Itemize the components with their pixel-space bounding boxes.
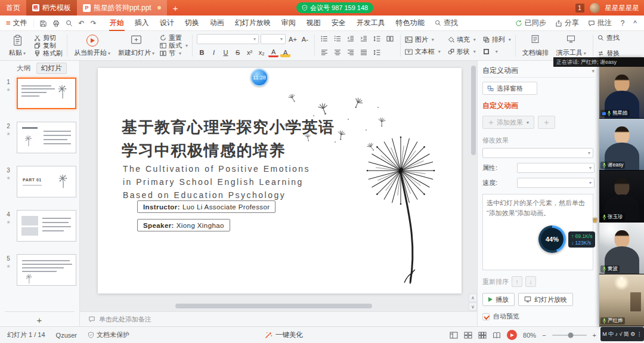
new-slide-button[interactable]: 新建幻灯片 [116,33,157,58]
tab-security[interactable]: 安全 [326,16,351,31]
bullets-button[interactable] [319,34,330,44]
move-down-button[interactable]: ↓ [525,276,536,287]
zoom-slider-thumb[interactable] [568,332,574,338]
participant-video-3[interactable]: 张玉珍 [599,171,644,223]
file-menu-button[interactable]: 文件 [0,18,33,28]
add-effect-button[interactable]: 添加效果 [482,116,534,129]
comment-button[interactable]: 批注 [588,18,612,28]
arrange-button[interactable]: 排列 [483,36,511,44]
instructor-box[interactable]: Instructor:Luo Li Associate Professor [137,200,275,213]
participant-video-4[interactable]: 黄波 [599,223,644,274]
italic-button[interactable]: I [209,48,219,57]
reading-view-button[interactable] [493,332,501,339]
participant-video-5[interactable]: 严红烨 [599,274,644,326]
network-monitor-widget[interactable]: 44% ↑ 69.1K/s ↓ 123K/s [538,225,595,253]
share-button[interactable]: 分享 [555,18,579,28]
slide-canvas[interactable]: 11:28 基于教育心理学探究小学英语 学习中积极情感的培养 The Culti… [80,61,477,311]
replace-button[interactable]: 替换 [597,50,620,57]
font-color-button[interactable]: A [268,48,278,57]
columns-button[interactable] [385,34,396,44]
ime-more-icon[interactable]: ⋮ [637,331,642,337]
undo-icon[interactable] [79,19,85,27]
start-slideshow-button[interactable] [507,330,517,340]
menubar-find-button[interactable]: 查找 [435,18,458,28]
increase-indent-button[interactable] [358,34,370,44]
strikethrough-button[interactable]: S [233,48,243,57]
highlight-color-button[interactable]: A [280,48,290,57]
notes-bar[interactable]: 单击此处添加备注 [80,311,477,326]
ime-simplified-icon[interactable]: 简 [624,330,629,338]
document-tab[interactable]: P熊星皓答辩ppt.ppt [77,0,167,16]
zoom-in-button[interactable]: + [593,332,596,339]
slide-thumbnail-5[interactable] [17,254,76,286]
protect-status[interactable]: 文档未保护 [88,330,129,339]
tab-animation[interactable]: 动画 [205,16,230,31]
paste-button[interactable]: 粘贴 [4,33,31,58]
one-click-beautify-button[interactable]: 一键美化 [265,330,303,339]
ime-toolbar[interactable]: M 中 ♪ √ 简 ⚙ ⋮ [600,327,644,341]
zoom-slider[interactable] [552,335,587,336]
tab-features[interactable]: 特色功能 [391,16,430,31]
justify-button[interactable] [358,48,370,57]
tab-view[interactable]: 视图 [301,16,326,31]
print-preview-icon[interactable] [66,20,73,27]
previous-slide-button[interactable] [469,293,477,302]
ime-sound-icon[interactable]: ♪ [615,331,618,337]
effect-combo[interactable] [482,148,593,158]
home-page-tab[interactable]: 首页 [0,0,26,16]
tab-design[interactable]: 设计 [154,16,179,31]
outline-tab[interactable]: 大纲 [17,64,30,73]
present-tools-button[interactable]: 演示工具 [554,33,589,58]
tab-transition[interactable]: 切换 [179,16,205,31]
ime-check-icon[interactable]: √ [619,331,622,337]
redo-icon[interactable] [91,19,97,27]
fill-button[interactable]: 填充 [448,36,476,44]
horizontal-scrollbar[interactable] [175,304,372,308]
help-button[interactable]: ? [621,19,625,27]
notification-badge[interactable]: 1 [575,4,584,13]
user-avatar[interactable] [590,3,600,13]
find-button[interactable]: 查找 [597,34,620,42]
collapse-arrow-icon[interactable] [620,276,624,281]
text-direction-button[interactable] [371,48,383,57]
ime-settings-icon[interactable]: ⚙ [630,331,635,337]
auto-preview-checkbox[interactable]: 自动预览 [482,312,595,321]
align-left-button[interactable] [319,48,330,57]
slideshow-button[interactable]: 幻灯片放映 [518,293,573,306]
grow-font-button[interactable]: A+ [287,35,298,44]
next-slide-button[interactable] [469,302,477,311]
speed-combo[interactable] [517,178,595,188]
ime-logo[interactable]: M [602,331,607,337]
slide-sorter-view-button[interactable] [464,332,472,339]
play-animation-button[interactable]: 播放 [482,293,515,306]
sync-status-button[interactable]: 已同步 [515,18,546,28]
tab-insert[interactable]: 插入 [129,16,154,31]
superscript-button[interactable]: x² [244,48,255,57]
normal-view-button[interactable] [450,332,458,339]
vertical-scrollbar[interactable] [471,66,476,155]
subscript-button[interactable]: x₂ [256,48,267,57]
underline-button[interactable]: U [221,48,231,57]
property-combo[interactable] [517,163,595,173]
slide-thumbnail-3[interactable]: PART 01 [17,166,76,197]
participant-video-2[interactable]: 谢easy [599,119,644,171]
zoom-out-button[interactable]: − [542,332,546,339]
print-icon[interactable] [52,20,60,27]
numbering-button[interactable] [332,34,343,44]
shape-button[interactable]: 形状 [448,48,476,55]
shrink-font-button[interactable]: A- [300,35,310,44]
tab-devtools[interactable]: 开发工具 [351,16,391,31]
picture-button[interactable]: 图片 [405,36,441,44]
save-icon[interactable] [39,20,47,27]
section-button[interactable]: 节 [160,50,188,57]
add-slide-button[interactable]: + [33,315,45,325]
tab-start[interactable]: 开始 [104,16,129,31]
speaker-box[interactable]: Speaker:Xiong Xinghao [137,219,230,231]
new-tab-button[interactable]: + [167,3,184,13]
font-size-combo[interactable] [261,34,286,44]
slides-tab[interactable]: 幻灯片 [36,63,67,74]
font-name-combo[interactable] [197,34,259,44]
docer-template-tab[interactable]: 稻稻壳模板 [26,0,77,16]
slide-thumbnail-1[interactable] [17,78,76,109]
smart-animation-button[interactable] [538,116,555,129]
